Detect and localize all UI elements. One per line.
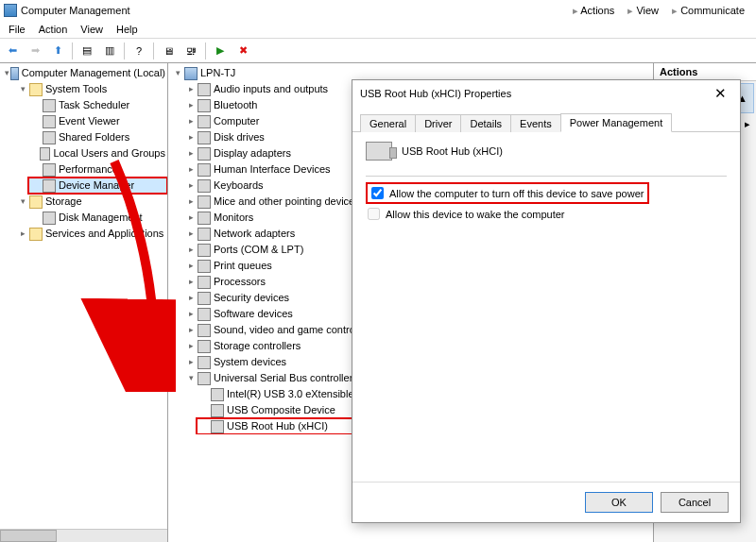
twisty-icon[interactable]: ▸ bbox=[185, 148, 197, 160]
category-label: Bluetooth bbox=[214, 97, 257, 113]
twisty-icon[interactable]: ▸ bbox=[17, 229, 28, 240]
twisty-icon[interactable]: ▸ bbox=[185, 100, 197, 111]
tree-item[interactable]: ▸Disk Management bbox=[28, 210, 167, 226]
properties-button[interactable]: ▥ bbox=[99, 41, 120, 61]
category-icon bbox=[198, 324, 211, 337]
twisty-icon[interactable]: ▸ bbox=[185, 325, 197, 336]
twisty-icon[interactable]: ▸ bbox=[185, 245, 197, 256]
toolbar: ⬅ ➡ ⬆ ▤ ▥ ? 🖥 🖳 ▶ ✖ bbox=[0, 39, 756, 63]
up-button[interactable]: ⬆ bbox=[47, 41, 68, 61]
item-label: Shared Folders bbox=[59, 129, 129, 145]
power-off-label: Allow the computer to turn off this devi… bbox=[389, 188, 644, 199]
category-icon bbox=[198, 83, 211, 96]
item-icon bbox=[43, 212, 56, 225]
power-off-checkbox[interactable] bbox=[371, 187, 384, 199]
device-label: USB Root Hub (xHCI) bbox=[227, 418, 328, 434]
category-label: Display adapters bbox=[214, 145, 291, 161]
shortcut-view[interactable]: View bbox=[627, 5, 659, 17]
tab-driver[interactable]: Driver bbox=[415, 114, 461, 132]
item-icon bbox=[43, 99, 56, 112]
twisty-icon[interactable]: ▾ bbox=[172, 68, 183, 79]
scan-hw-button[interactable]: 🖥 bbox=[158, 41, 179, 61]
tree-item[interactable]: ▸Task Scheduler bbox=[28, 97, 167, 113]
menu-file[interactable]: File bbox=[2, 22, 32, 37]
twisty-icon[interactable]: ▾ bbox=[4, 68, 9, 79]
device-icon bbox=[211, 404, 224, 417]
close-icon[interactable]: ✕ bbox=[709, 83, 732, 104]
scrollbar-thumb[interactable] bbox=[0, 530, 57, 542]
dialog-footer: OK Cancel bbox=[352, 482, 740, 522]
dialog-tabs: GeneralDriverDetailsEventsPower Manageme… bbox=[352, 107, 740, 132]
wake-checkbox bbox=[368, 208, 380, 220]
left-pane: ▾ Computer Management (Local) ▾System To… bbox=[0, 63, 168, 542]
twisty-icon[interactable]: ▸ bbox=[185, 116, 197, 127]
device-tree-button[interactable]: 🖳 bbox=[180, 41, 201, 61]
enable-button[interactable]: ▶ bbox=[210, 41, 231, 61]
tab-events[interactable]: Events bbox=[510, 114, 561, 132]
tree-item[interactable]: ▸Device Manager bbox=[28, 178, 167, 194]
power-off-checkbox-row[interactable]: Allow the computer to turn off this devi… bbox=[369, 185, 645, 201]
computer-icon bbox=[184, 67, 198, 80]
item-label: Device Manager bbox=[59, 178, 134, 194]
tab-general[interactable]: General bbox=[360, 114, 416, 132]
tree-item[interactable]: ▸Event Viewer bbox=[28, 113, 167, 129]
tab-power-management[interactable]: Power Management bbox=[560, 113, 672, 132]
left-tree[interactable]: ▾ Computer Management (Local) ▾System To… bbox=[0, 63, 167, 529]
twisty-icon[interactable]: ▸ bbox=[185, 357, 197, 368]
category-label: Audio inputs and outputs bbox=[214, 81, 328, 97]
dialog-titlebar[interactable]: USB Root Hub (xHCI) Properties ✕ bbox=[352, 80, 740, 107]
twisty-icon[interactable]: ▸ bbox=[185, 212, 197, 224]
twisty-icon[interactable]: ▸ bbox=[185, 229, 197, 240]
horiz-scrollbar[interactable] bbox=[0, 529, 167, 542]
menu-help[interactable]: Help bbox=[110, 22, 145, 37]
folder-icon bbox=[29, 195, 43, 209]
tree-item[interactable]: ▸Local Users and Groups bbox=[28, 145, 167, 161]
properties-dialog: USB Root Hub (xHCI) Properties ✕ General… bbox=[352, 79, 741, 523]
device-root-label: LPN-TJ bbox=[200, 65, 235, 81]
tree-item[interactable]: ▸Shared Folders bbox=[28, 129, 167, 145]
tree-group[interactable]: ▾System Tools bbox=[15, 81, 167, 97]
help-button[interactable]: ? bbox=[129, 41, 149, 61]
show-hide-tree-button[interactable]: ▤ bbox=[77, 41, 97, 61]
twisty-icon[interactable]: ▾ bbox=[17, 196, 28, 208]
category-icon bbox=[198, 356, 211, 369]
twisty-icon[interactable]: ▸ bbox=[185, 309, 197, 320]
twisty-icon[interactable]: ▸ bbox=[185, 196, 197, 208]
twisty-icon[interactable]: ▾ bbox=[17, 84, 28, 95]
category-icon bbox=[198, 115, 211, 128]
folder-icon bbox=[29, 228, 43, 241]
ok-button[interactable]: OK bbox=[585, 492, 653, 513]
shortcut-communicate[interactable]: Communicate bbox=[672, 5, 745, 17]
twisty-icon[interactable]: ▸ bbox=[185, 341, 197, 352]
tab-details[interactable]: Details bbox=[460, 114, 511, 132]
dialog-title: USB Root Hub (xHCI) Properties bbox=[360, 88, 511, 99]
menubar: File Action View Help bbox=[0, 21, 756, 39]
twisty-icon[interactable]: ▸ bbox=[185, 277, 197, 288]
device-name: USB Root Hub (xHCI) bbox=[402, 145, 503, 157]
category-label: Computer bbox=[214, 113, 259, 129]
twisty-icon[interactable]: ▸ bbox=[185, 293, 197, 304]
twisty-icon[interactable]: ▸ bbox=[185, 261, 197, 272]
device-icon bbox=[211, 420, 224, 433]
twisty-icon[interactable]: ▸ bbox=[185, 84, 197, 95]
menu-action[interactable]: Action bbox=[32, 22, 75, 37]
back-button[interactable]: ⬅ bbox=[2, 41, 23, 61]
group-label: Services and Applications bbox=[45, 226, 163, 242]
twisty-icon[interactable]: ▸ bbox=[185, 164, 197, 176]
twisty-icon[interactable]: ▸ bbox=[185, 132, 197, 144]
category-label: Universal Serial Bus controllers bbox=[214, 370, 358, 386]
tree-item[interactable]: ▸Performance bbox=[28, 161, 167, 178]
category-label: Security devices bbox=[214, 290, 289, 306]
twisty-icon[interactable]: ▸ bbox=[185, 180, 197, 192]
category-icon bbox=[198, 179, 211, 193]
shortcut-actions[interactable]: Actions bbox=[573, 5, 615, 17]
disable-button[interactable]: ✖ bbox=[232, 41, 253, 61]
forward-button: ➡ bbox=[25, 41, 45, 61]
root-label: Computer Management (Local) bbox=[22, 65, 165, 81]
twisty-icon[interactable]: ▾ bbox=[185, 373, 197, 384]
tree-group[interactable]: ▾Storage bbox=[15, 194, 167, 210]
menu-view[interactable]: View bbox=[74, 22, 110, 37]
tree-root[interactable]: ▾ Computer Management (Local) bbox=[2, 65, 167, 81]
tree-group[interactable]: ▸Services and Applications bbox=[15, 226, 167, 242]
cancel-button[interactable]: Cancel bbox=[661, 492, 729, 513]
